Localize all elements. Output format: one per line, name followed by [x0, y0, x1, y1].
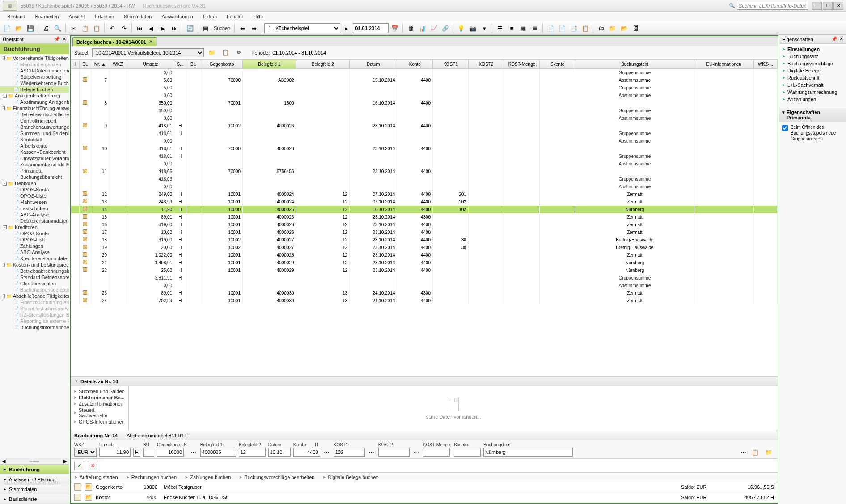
- tool-open-icon[interactable]: 📂: [13, 23, 24, 34]
- tree-debitorenstammdaten[interactable]: Debitorenstammdaten: [0, 218, 69, 224]
- table-row[interactable]: 5,00Gruppensumme: [71, 84, 778, 92]
- mandant-select[interactable]: 1 - Küchenbeispiel: [264, 23, 340, 33]
- setting-item[interactable]: ➤Buchungsvorschläge: [781, 60, 844, 67]
- setting-item[interactable]: ➤L+L-Sachverhalt: [781, 81, 844, 89]
- tool-next-icon[interactable]: ▶: [157, 23, 168, 34]
- tool-fwd-icon[interactable]: ➡: [249, 23, 259, 34]
- konto-input[interactable]: [293, 448, 320, 457]
- tool-paste-icon[interactable]: 📋: [91, 23, 102, 34]
- konto-icon[interactable]: [74, 483, 81, 491]
- setting-item[interactable]: ➤Rücklastschrift: [781, 74, 844, 81]
- tree-betriebswirtschaftliche-aus-[interactable]: Betriebswirtschaftliche Aus...: [0, 111, 69, 118]
- edit-extra1-icon[interactable]: 📋: [750, 448, 761, 457]
- tree-branchenauswertungen[interactable]: Branchenauswertungen: [0, 124, 69, 130]
- action-link[interactable]: ➤Aufteilung starten: [74, 474, 118, 480]
- menu-bearbeiten[interactable]: Bearbeiten: [30, 13, 63, 20]
- tool-x3-icon[interactable]: 📂: [619, 23, 630, 34]
- umsatz-input[interactable]: [99, 448, 131, 457]
- close-window-button[interactable]: ✕: [833, 2, 843, 10]
- tree-opos-liste[interactable]: OPOS-Liste: [0, 237, 69, 243]
- booking-grid[interactable]: IBLNr. ▲WKZUmsatzS...BUGegenkontoBelegfe…: [71, 59, 778, 377]
- table-row[interactable]: 24702,99H1000140000301324.10.20144400Zer…: [71, 297, 778, 305]
- tree-stapelverarbeitung[interactable]: Stapelverarbeitung: [0, 74, 69, 80]
- table-row[interactable]: 0,00Gruppensumme: [71, 69, 778, 76]
- col-header[interactable]: BL: [79, 60, 91, 69]
- tree-betriebsabrechnungsbogen[interactable]: Betriebsabrechnungsbogen: [0, 268, 69, 274]
- setting-item[interactable]: ➤Buchungssatz: [781, 53, 844, 60]
- tree-opos-liste[interactable]: OPOS-Liste: [0, 193, 69, 199]
- table-row[interactable]: 1589,01H1000140000261223.10.20144300Zerm…: [71, 213, 778, 221]
- tool-b-icon[interactable]: 📊: [417, 23, 427, 34]
- expand-icon[interactable]: -: [3, 182, 7, 186]
- tool-print-icon[interactable]: 🖨: [41, 23, 51, 34]
- action-link[interactable]: ➤Buchungsvorschläge bearbeiten: [239, 474, 314, 480]
- tree-zusammenfassende-meldu-[interactable]: Zusammenfassende Meldu...: [0, 161, 69, 168]
- bt-lookup-icon[interactable]: ⋯: [739, 448, 747, 457]
- tree-ascii-daten-importieren[interactable]: ASCII-Daten importieren: [0, 68, 69, 74]
- table-row[interactable]: 3.811,91HGruppensumme: [71, 274, 778, 282]
- menu-hilfe[interactable]: Hilfe: [249, 13, 267, 20]
- bu-input[interactable]: [143, 448, 154, 457]
- tree-wiederkehrende-buchung-[interactable]: Wiederkehrende Buchung...: [0, 80, 69, 86]
- expand-icon[interactable]: -: [3, 294, 5, 298]
- tree-kosten-und-leistungsrechnung[interactable]: -Kosten- und Leistungsrechnung: [0, 262, 69, 268]
- tool-c-icon[interactable]: 📈: [428, 23, 439, 34]
- einstellungen-header[interactable]: ➤Einstellungen: [781, 46, 844, 53]
- menu-bestand[interactable]: Bestand: [3, 13, 30, 20]
- minimize-button[interactable]: —: [812, 2, 822, 10]
- table-row[interactable]: 10418,01H70000400002623.10.20144400: [71, 145, 778, 152]
- details-header[interactable]: ▾ Details zu Nr. 14: [71, 377, 778, 386]
- setting-item[interactable]: ➤Währungsumrechnung: [781, 89, 844, 96]
- tree-umsatzsteuer-voranmeldung[interactable]: Umsatzsteuer-Voranmeldung: [0, 155, 69, 161]
- table-row[interactable]: 1710,00H1000140000261223.10.20144400Zerm…: [71, 229, 778, 236]
- col-header[interactable]: Belegfeld 2: [296, 60, 350, 69]
- tree-summen-und-saldenliste[interactable]: Summen- und Saldenliste: [0, 130, 69, 136]
- table-row[interactable]: 0,00Abstimmsumme: [71, 183, 778, 191]
- tool-prev-icon[interactable]: ◀: [146, 23, 157, 34]
- col-header[interactable]: Belegfeld 1: [242, 60, 296, 69]
- tool-list4-icon[interactable]: ▤: [529, 23, 540, 34]
- tool-a-icon[interactable]: 🗑: [405, 23, 416, 34]
- col-header[interactable]: WKZ: [109, 60, 127, 69]
- table-row[interactable]: 650,00Gruppensumme: [71, 107, 778, 114]
- cancel-button[interactable]: ✕: [88, 461, 97, 470]
- tool-doc4-icon[interactable]: 📋: [580, 23, 591, 34]
- tree-standard-betriebsabrechn-[interactable]: Standard-Betriebsabrechn...: [0, 274, 69, 280]
- konto-open-icon[interactable]: 📂: [85, 494, 92, 501]
- tree-controllingreport[interactable]: Controllingreport: [0, 118, 69, 124]
- tool-list2-icon[interactable]: ≡: [506, 23, 517, 34]
- maximize-button[interactable]: ☐: [823, 2, 833, 10]
- stapel-open-icon[interactable]: 📁: [207, 47, 217, 58]
- details-tab[interactable]: ➤Zusatzinformationen: [72, 401, 127, 407]
- tool-redo-icon[interactable]: ↷: [118, 23, 129, 34]
- tree-buchungsinformationen-b-[interactable]: Buchungsinformationen üb...: [0, 324, 69, 330]
- table-row[interactable]: 8650,0070001150016.10.20144400: [71, 99, 778, 107]
- table-row[interactable]: 75,0070000AB200215.10.20144400Abstimmsum…: [71, 76, 778, 84]
- col-header[interactable]: Buchungstext: [575, 60, 694, 69]
- tool-e-icon[interactable]: 💡: [456, 23, 466, 34]
- edit-extra2-icon[interactable]: 📁: [763, 448, 774, 457]
- kost1-input[interactable]: [334, 448, 365, 457]
- buchungstext-input[interactable]: [483, 448, 573, 457]
- col-header[interactable]: KOST1: [433, 60, 469, 69]
- col-header[interactable]: WKZ-...: [753, 60, 777, 69]
- menu-stammdaten[interactable]: Stammdaten: [119, 13, 156, 20]
- table-row[interactable]: 11418,0670000675645623.10.20144400: [71, 168, 778, 175]
- tree-lastschriften[interactable]: Lastschriften: [0, 205, 69, 212]
- tool-copy-icon[interactable]: 📋: [80, 23, 90, 34]
- col-header[interactable]: KOST-Menge: [504, 60, 540, 69]
- tool-back-icon[interactable]: ⬅: [237, 23, 248, 34]
- tool-d-icon[interactable]: 🔗: [440, 23, 451, 34]
- table-row[interactable]: 16319,00H1000140000261223.10.20144400Zer…: [71, 221, 778, 229]
- tree-buchungs-bersicht[interactable]: Buchungsübersicht: [0, 174, 69, 180]
- expand-icon[interactable]: -: [3, 56, 5, 60]
- table-row[interactable]: 418,01HGruppensumme: [71, 130, 778, 137]
- table-row[interactable]: 1920,00H1000240000271223.10.2014440030Br…: [71, 244, 778, 251]
- col-header[interactable]: Gegenkonto: [201, 60, 242, 69]
- col-header[interactable]: I: [71, 60, 80, 69]
- menu-auswertungen[interactable]: Auswertungen: [157, 13, 197, 20]
- tree-belege-buchen[interactable]: Belege buchen: [0, 86, 69, 93]
- col-header[interactable]: Datum: [350, 60, 397, 69]
- kost2-lookup-icon[interactable]: ⋯: [412, 448, 420, 457]
- tool-x2-icon[interactable]: 📁: [607, 23, 618, 34]
